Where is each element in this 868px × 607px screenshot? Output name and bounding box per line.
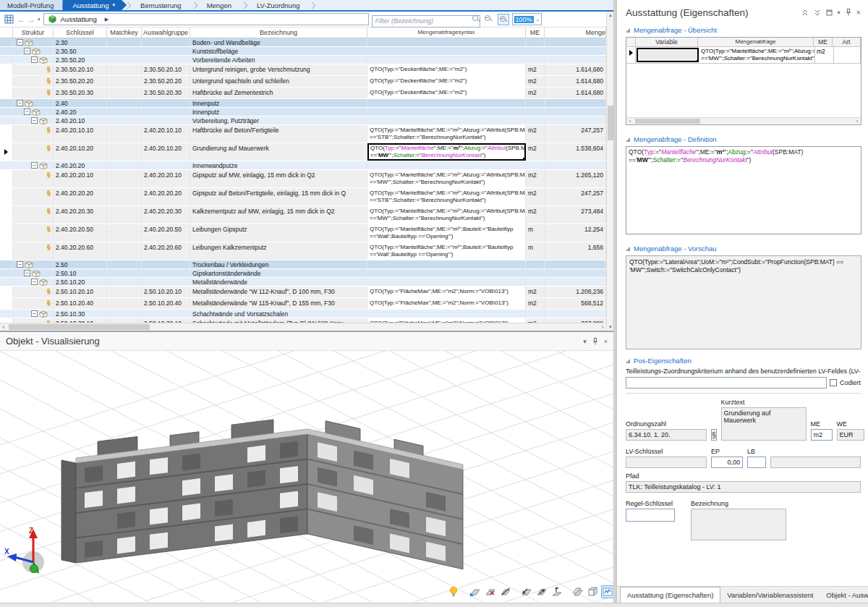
cell-matchkey[interactable] xyxy=(107,242,142,260)
cell-auswahlgruppe[interactable]: 2.30.50.20.10 xyxy=(142,64,190,75)
window-menu-icon[interactable]: ▾ xyxy=(838,9,841,16)
cell-me[interactable]: m2 xyxy=(526,76,545,87)
overview-col-variable[interactable]: Variable xyxy=(636,38,698,46)
cell-mengenabfragesyntax[interactable] xyxy=(367,56,526,64)
cell-mengenabfragesyntax[interactable] xyxy=(367,38,526,46)
cell-bezeichnung[interactable]: Metallständerwände "W 115-Knauf", D 155 … xyxy=(190,298,367,309)
table-row[interactable]: §2.50.10.20.402.50.10.20.40Metallständer… xyxy=(0,298,606,310)
cell-mengenabfragesyntax[interactable] xyxy=(367,269,526,277)
cell-mengenabfragesyntax[interactable] xyxy=(367,278,526,286)
overview-grid-row[interactable]: QTO(Typ:="Mantelfläche";ME:="m²";Abzug:=… xyxy=(626,47,861,64)
row-selector[interactable] xyxy=(0,170,13,187)
row-selector[interactable] xyxy=(0,47,13,55)
cell-menge[interactable] xyxy=(545,278,606,286)
cell-menge[interactable]: 1.538,604 xyxy=(545,143,606,161)
cell-bezeichnung[interactable]: Gipsputz auf MW, einlagig, 15 mm dick in… xyxy=(190,170,367,187)
table-row[interactable]: §2.30.50.20.302.30.50.20.30Haftbrücke au… xyxy=(0,88,606,99)
cell-mengenabfragesyntax[interactable]: QTO(Typ:="Mantelfläche";ME:="m²";Bauteil… xyxy=(367,242,526,260)
cell-mengenabfragesyntax[interactable]: QTO(Typ:="Deckenfläche";ME:="m2") xyxy=(367,76,526,87)
lb-input[interactable] xyxy=(747,457,766,468)
cell-menge[interactable] xyxy=(545,108,606,116)
cell-me[interactable] xyxy=(526,260,545,268)
cell-mengenabfragesyntax[interactable]: QTO(Typ:="Mantelfläche";ME:="m²";Abzug:=… xyxy=(367,206,526,224)
cell-me[interactable]: m xyxy=(526,242,545,260)
cell-mengenabfragesyntax[interactable]: QTO(Typ:="Mantelfläche";ME:="m²";Abzug:=… xyxy=(367,125,526,143)
collapse-icon[interactable]: − xyxy=(31,310,38,317)
table-row[interactable]: §2.40.20.10.202.40.20.10.20Grundierung a… xyxy=(0,143,606,161)
table-row[interactable]: §2.40.20.10.102.40.20.10.10Haftbrücke au… xyxy=(0,125,606,143)
cell-menge[interactable] xyxy=(545,269,606,277)
cell-schluessel[interactable]: 2.40.20.10.20 xyxy=(54,143,107,161)
scroll-left-icon[interactable]: ‹ xyxy=(0,323,7,331)
cell-auswahlgruppe[interactable]: 2.30.50.20.20 xyxy=(142,76,190,87)
panel-tab-variablen-variablenassistent[interactable]: Variablen/Variablenassistent xyxy=(720,587,820,603)
row-selector[interactable] xyxy=(0,116,13,124)
column-header-schluessel[interactable]: Schlüssel xyxy=(54,27,107,38)
cell-bezeichnung[interactable]: Boden- und Wandbeläge xyxy=(190,38,367,46)
table-grid-icon[interactable] xyxy=(3,14,14,25)
table-row[interactable]: −2.40.20.10Vorbereitung, Putzträger xyxy=(0,116,606,125)
bezeichnung-box[interactable] xyxy=(691,509,786,540)
cell-matchkey[interactable] xyxy=(107,298,142,309)
cell-menge[interactable]: 247,257 xyxy=(545,188,606,205)
cell-auswahlgruppe[interactable] xyxy=(142,108,190,116)
collapse-all-icon[interactable] xyxy=(801,9,809,17)
cell-auswahlgruppe[interactable]: 2.50.10.20.10 xyxy=(142,286,190,297)
table-row[interactable]: §2.30.50.20.202.30.50.20.20Untergrund sp… xyxy=(0,76,606,88)
tab-bemusterung[interactable]: Bemusterung xyxy=(133,0,193,10)
cell-menge[interactable]: 1.614,680 xyxy=(545,64,606,75)
cell-me[interactable]: m2 xyxy=(526,88,545,98)
cell-me[interactable] xyxy=(526,99,545,107)
cell-me[interactable] xyxy=(526,116,545,124)
me-cell[interactable]: m2 xyxy=(815,47,834,63)
cell-schluessel[interactable]: 2.40 xyxy=(54,99,107,107)
scroll-right-icon[interactable]: › xyxy=(599,323,606,331)
cell-bezeichnung[interactable]: Kalkzementputz auf MW, einlagig, 15 mm d… xyxy=(190,206,367,224)
table-row[interactable]: §2.50.10.20.102.50.10.20.10Metallständer… xyxy=(0,286,606,298)
cell-schluessel[interactable]: 2.50.10 xyxy=(54,269,107,277)
scrollbar-thumb[interactable] xyxy=(608,106,613,140)
row-selector[interactable] xyxy=(0,278,13,286)
overview-col-mengenabfrage[interactable]: Mengenabfrage xyxy=(698,38,814,46)
row-selector[interactable] xyxy=(0,108,13,116)
section-header-definition[interactable]: Mengenabfrage - Definition xyxy=(626,135,861,143)
tree-item-node[interactable]: § xyxy=(13,224,54,242)
pin-icon[interactable] xyxy=(846,9,851,16)
cell-mengenabfragesyntax[interactable] xyxy=(367,108,526,116)
table-row[interactable]: −2.30Boden- und Wandbeläge xyxy=(0,38,606,47)
cell-bezeichnung[interactable]: Grundierung auf Mauerwerk xyxy=(190,143,367,161)
cell-matchkey[interactable] xyxy=(107,116,142,124)
tree-group-node[interactable]: − xyxy=(13,99,54,107)
row-selector[interactable] xyxy=(0,88,13,98)
cell-schluessel[interactable]: 2.40.20.10.10 xyxy=(54,125,107,143)
tree-item-node[interactable]: § xyxy=(13,286,54,297)
cell-matchkey[interactable] xyxy=(107,206,142,224)
tree-group-node[interactable]: − xyxy=(13,116,54,124)
row-selector[interactable] xyxy=(0,298,13,309)
section-header-vorschau[interactable]: Mengenabfrage - Vorschau xyxy=(626,245,861,252)
cell-matchkey[interactable] xyxy=(107,161,142,169)
cell-matchkey[interactable] xyxy=(107,143,142,161)
cell-schluessel[interactable]: 2.50.10.20.40 xyxy=(54,298,107,309)
lift-plane-icon[interactable] xyxy=(550,585,563,598)
cell-schluessel[interactable]: 2.30.50.20.30 xyxy=(54,88,107,98)
row-selector[interactable] xyxy=(0,310,13,318)
table-row[interactable]: §2.40.20.20.302.40.20.20.30Kalkzementput… xyxy=(0,206,606,224)
cell-schluessel[interactable]: 2.50 xyxy=(54,260,107,268)
column-header-bezeichnung[interactable]: Bezeichnung xyxy=(190,27,367,38)
tree-item-node[interactable]: § xyxy=(13,188,54,205)
vertical-scrollbar[interactable]: ▲ ▼ xyxy=(606,12,613,331)
cell-bezeichnung[interactable]: Metallständerwände xyxy=(190,278,367,286)
kurztext-box[interactable]: Grundierung auf Mauerwerk xyxy=(721,407,807,441)
cell-me[interactable]: m2 xyxy=(526,125,545,143)
tree-group-node[interactable]: − xyxy=(13,161,54,169)
horizontal-scrollbar[interactable]: ‹ › xyxy=(0,323,606,331)
paragraph-button[interactable]: § xyxy=(711,429,717,441)
filter-input[interactable] xyxy=(372,15,480,27)
lightbulb-icon[interactable] xyxy=(447,585,460,598)
history-back-icon[interactable]: ← xyxy=(17,15,25,24)
cell-bezeichnung[interactable]: Innenputz xyxy=(190,99,367,107)
cell-schluessel[interactable]: 2.30.50 xyxy=(54,47,107,55)
diagram-view-icon[interactable] xyxy=(601,585,613,598)
search-icon[interactable] xyxy=(472,15,478,21)
